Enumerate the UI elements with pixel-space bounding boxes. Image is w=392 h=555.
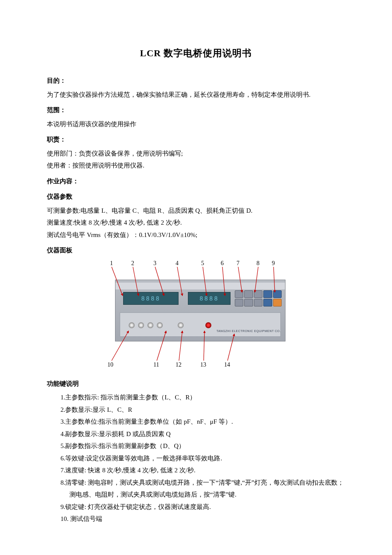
callout-13: 13: [200, 361, 206, 368]
func-key-3: 3.主参数单位:指示当前测量主参数单位（如 pF、nF、μF 等）.: [61, 416, 345, 428]
panel-figure: 1 2 3 4 5 6 7 8 9 10 11 12 13 14 8888 88…: [81, 259, 311, 370]
callout-7: 7: [236, 260, 239, 267]
func-key-6: 6.等效键:设定仪器测量等效电路，一般选择串联等效电路.: [61, 452, 345, 465]
device-photo: 8888 8888 TANGZHI ELECTRONIC EQUIPMENT C…: [115, 280, 285, 341]
callout-6: 6: [221, 260, 224, 267]
func-key-1: 1.主参数指示: 指示当前测量主参数（L、C、R）: [61, 391, 345, 404]
text-params-3: 测试信号电平 Vrms（有效值）：0.1V/0.3V/1.0V±10%;: [47, 229, 345, 241]
head-panel: 仪器面板: [47, 244, 345, 257]
callout-12: 12: [176, 361, 182, 368]
lcd-main: 8888: [123, 292, 179, 305]
text-duty-1: 使用部门：负责仪器设备保养，使用说明书编写;: [47, 147, 345, 160]
head-params: 仪器参数: [47, 191, 345, 203]
head-scope: 范围：: [47, 104, 345, 116]
func-key-9: 9.锁定键: 灯亮仪器处于锁定状态，仪器测试速度最高.: [61, 501, 345, 513]
callout-11: 11: [153, 361, 159, 368]
func-key-5: 5.副参数指示:指示当前测量副参数（D、Q）: [61, 440, 345, 452]
func-key-10: 10. 测试信号端: [61, 513, 345, 525]
func-key-7: 7.速度键: 快速 8 次/秒,慢速 4 次/秒, 低速 2 次/秒.: [61, 464, 345, 477]
func-key-2: 2.参数显示:显示 L、C、R: [61, 404, 345, 416]
text-params-2: 测量速度:快速 8 次/秒,慢速 4 次/秒, 低速 2 次/秒.: [47, 217, 345, 229]
callout-3: 3: [153, 260, 156, 267]
func-key-4: 4.副参数显示:显示损耗 D 或品质因素 Q: [61, 428, 345, 440]
callout-5: 5: [201, 260, 204, 267]
callout-8: 8: [257, 260, 259, 267]
func-key-8: 8.清零键: 测电容时，测试夹具或测试电缆开路，按一下“清零”键,“开”灯亮，每…: [61, 477, 345, 501]
text-purpose: 为了使实验仪器操作方法规范，确保实验结果正确，延长仪器使用寿命，特制定本使用说明…: [47, 89, 345, 101]
lcd-sub: 8888: [188, 292, 231, 305]
head-work-content: 作业内容：: [47, 175, 345, 188]
callout-2: 2: [131, 260, 134, 267]
callout-1: 1: [110, 260, 113, 267]
head-purpose: 目的：: [47, 75, 345, 87]
page: LCR 数字电桥使用说明书 目的： 为了使实验仪器操作方法规范，确保实验结果正确…: [0, 0, 392, 555]
keypad: [235, 290, 282, 306]
document-title: LCR 数字电桥使用说明书: [47, 47, 345, 60]
callout-4: 4: [176, 260, 179, 267]
text-params-1: 可测量参数:电感量 L、电容量 C、电阻 R、品质因素 Q、损耗角正切值 D.: [47, 205, 345, 217]
text-scope: 本说明书适用该仪器的使用操作: [47, 118, 345, 130]
head-func-keys: 功能键说明: [47, 378, 345, 390]
callout-14: 14: [224, 361, 230, 368]
func-key-list: 1.主参数指示: 指示当前测量主参数（L、C、R） 2.参数显示:显示 L、C、…: [47, 391, 345, 525]
device-brand: TANGZHI ELECTRONIC EQUIPMENT CO.: [216, 330, 281, 332]
text-duty-2: 使用者：按照使用说明书使用仪器.: [47, 159, 345, 172]
callout-10: 10: [107, 361, 113, 368]
head-duty: 职责：: [47, 133, 345, 146]
callout-9: 9: [272, 260, 275, 267]
